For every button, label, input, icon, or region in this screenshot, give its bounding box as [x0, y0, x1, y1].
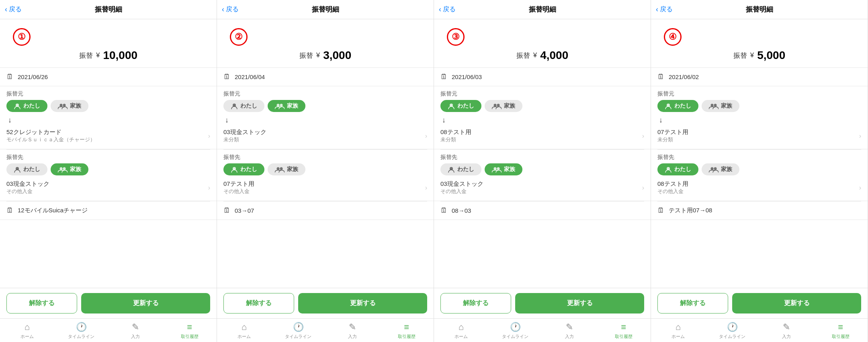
from-kazoku-button[interactable]: 家族: [268, 100, 305, 112]
to-kazoku-button[interactable]: 家族: [702, 163, 739, 175]
history-icon: ≡: [621, 322, 626, 332]
amount-row: 振替 ¥ 10,000: [0, 46, 217, 68]
back-label: 戻る: [9, 5, 22, 14]
from-account-row[interactable]: 08テスト用 未分類 ›: [440, 127, 644, 145]
history-label: 取引履歴: [832, 334, 850, 340]
home-icon: ⌂: [676, 322, 681, 332]
to-account-name: 03現金ストック: [440, 180, 483, 188]
panel-3: ‹ 戻る 振替明細 ③ 振替 ¥ 4,000 🗓 2021/06/03 振替元: [434, 0, 651, 342]
cancel-button[interactable]: 解除する: [657, 293, 728, 314]
back-button[interactable]: ‹ 戻る: [656, 5, 673, 14]
calendar-icon: 🗓: [657, 73, 665, 81]
to-kazoku-button[interactable]: 家族: [485, 163, 522, 175]
update-button[interactable]: 更新する: [298, 293, 427, 314]
amount-label: 振替: [79, 51, 93, 60]
timeline-label: タイムライン: [285, 334, 311, 340]
from-section: 振替元 わたし 家族 ↓ 03現金ストック: [217, 86, 434, 149]
from-watashi-button[interactable]: わたし: [657, 100, 698, 112]
from-account-row[interactable]: 03現金ストック 未分類 ›: [223, 127, 427, 145]
amount-yen: ¥: [316, 51, 320, 59]
nav-input[interactable]: ✎ 入力: [326, 319, 380, 342]
to-account-row[interactable]: 07テスト用 その他入金 ›: [223, 179, 427, 197]
cancel-button[interactable]: 解除する: [6, 293, 77, 314]
to-account-name: 03現金ストック: [6, 180, 49, 188]
memo-row: 🗓 テスト用07→08: [651, 202, 868, 220]
nav-history[interactable]: ≡ 取引履歴: [162, 319, 217, 342]
from-kazoku-label: 家族: [70, 102, 81, 110]
amount-row: 振替 ¥ 5,000: [651, 46, 868, 68]
to-account-row[interactable]: 03現金ストック その他入金 ›: [440, 179, 644, 197]
header-title: 振替明細: [746, 5, 773, 14]
from-watashi-button[interactable]: わたし: [6, 100, 47, 112]
nav-timeline[interactable]: 🕐 タイムライン: [54, 319, 108, 342]
to-watashi-button[interactable]: わたし: [223, 163, 264, 175]
svg-point-23: [714, 167, 717, 170]
nav-timeline[interactable]: 🕐 タイムライン: [488, 319, 542, 342]
to-chevron-icon: ›: [859, 184, 861, 191]
to-watashi-label: わたし: [457, 166, 474, 173]
calendar-icon: 🗓: [223, 73, 231, 81]
to-account-row[interactable]: 03現金ストック その他入金 ›: [6, 179, 210, 197]
header-title: 振替明細: [529, 5, 556, 14]
back-button[interactable]: ‹ 戻る: [5, 5, 22, 14]
to-watashi-button[interactable]: わたし: [657, 163, 698, 175]
update-button[interactable]: 更新する: [732, 293, 861, 314]
from-account-row[interactable]: 52クレジットカード モバイルＳｕｉｃａ入金（チャージ） ›: [6, 127, 210, 145]
from-kazoku-button[interactable]: 家族: [51, 100, 88, 112]
to-watashi-button[interactable]: わたし: [440, 163, 481, 175]
to-kazoku-label: 家族: [70, 166, 81, 173]
svg-point-14: [497, 104, 500, 107]
nav-home[interactable]: ⌂ ホーム: [434, 319, 488, 342]
memo-row: 🗓 12モバイルSuicaチャージ: [0, 202, 217, 220]
svg-point-19: [711, 104, 714, 107]
to-kazoku-button[interactable]: 家族: [51, 163, 88, 175]
back-button[interactable]: ‹ 戻る: [222, 5, 239, 14]
nav-home[interactable]: ⌂ ホーム: [651, 319, 705, 342]
from-kazoku-button[interactable]: 家族: [485, 100, 522, 112]
amount-value: 10,000: [103, 49, 137, 62]
to-label: 振替先: [6, 154, 210, 161]
amount-value: 5,000: [757, 49, 785, 62]
nav-timeline[interactable]: 🕐 タイムライン: [705, 319, 760, 342]
header: ‹ 戻る 振替明細: [434, 0, 651, 19]
update-button[interactable]: 更新する: [515, 293, 644, 314]
nav-input[interactable]: ✎ 入力: [108, 319, 163, 342]
timeline-label: タイムライン: [502, 334, 528, 340]
to-label: 振替先: [440, 154, 644, 161]
update-button[interactable]: 更新する: [81, 293, 210, 314]
memo-icon: 🗓: [6, 206, 14, 215]
to-section: 振替先 わたし 家族 08テスト用 その: [651, 150, 868, 201]
from-watashi-button[interactable]: わたし: [440, 100, 481, 112]
header: ‹ 戻る 振替明細: [0, 0, 217, 19]
nav-history[interactable]: ≡ 取引履歴: [813, 319, 868, 342]
back-button[interactable]: ‹ 戻る: [439, 5, 456, 14]
from-section: 振替元 わたし 家族 ↓ 08テスト用: [434, 86, 651, 149]
bottom-nav: ⌂ ホーム 🕐 タイムライン ✎ 入力 ≡ 取引履歴: [0, 318, 217, 342]
from-kazoku-button[interactable]: 家族: [702, 100, 739, 112]
from-account-row[interactable]: 07テスト用 未分類 ›: [657, 127, 861, 145]
header-title: 振替明細: [312, 5, 339, 14]
nav-history[interactable]: ≡ 取引履歴: [379, 319, 434, 342]
nav-input[interactable]: ✎ 入力: [542, 319, 597, 342]
nav-history[interactable]: ≡ 取引履歴: [596, 319, 651, 342]
to-watashi-button[interactable]: わたし: [6, 163, 47, 175]
bottom-buttons: 解除する 更新する: [651, 288, 868, 318]
cancel-button[interactable]: 解除する: [440, 293, 511, 314]
to-watashi-icon: [665, 166, 672, 173]
home-label: ホーム: [454, 334, 468, 340]
from-watashi-button[interactable]: わたし: [223, 100, 264, 112]
cancel-button[interactable]: 解除する: [223, 293, 294, 314]
nav-timeline[interactable]: 🕐 タイムライン: [271, 319, 326, 342]
svg-point-20: [714, 104, 717, 107]
to-kazoku-button[interactable]: 家族: [268, 163, 305, 175]
timeline-icon: 🕐: [727, 322, 738, 332]
from-kazoku-icon: [58, 102, 68, 110]
to-section: 振替先 わたし 家族 03現金ストック: [0, 150, 217, 201]
svg-point-4: [60, 167, 63, 170]
to-account-row[interactable]: 08テスト用 その他入金 ›: [657, 179, 861, 197]
nav-home[interactable]: ⌂ ホーム: [217, 319, 271, 342]
nav-home[interactable]: ⌂ ホーム: [0, 319, 54, 342]
input-label: 入力: [565, 334, 574, 340]
nav-input[interactable]: ✎ 入力: [760, 319, 814, 342]
to-watashi-label: わたし: [674, 166, 691, 173]
